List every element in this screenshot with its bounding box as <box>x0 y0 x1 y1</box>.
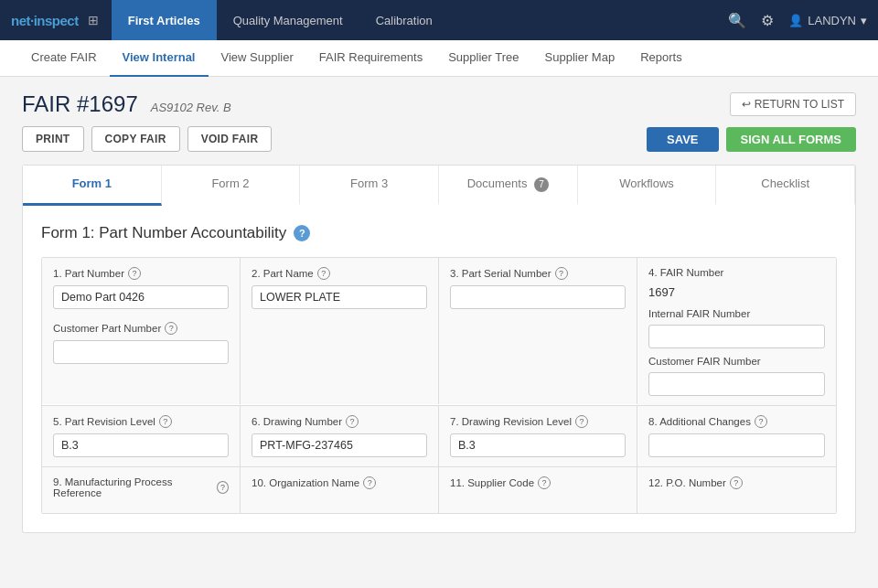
sub-nav-reports[interactable]: Reports <box>627 40 695 77</box>
form-row-4: 9. Manufacturing Process Reference ? 10.… <box>42 467 836 513</box>
po-number-info-icon[interactable]: ? <box>730 476 743 489</box>
drawing-number-label: 6. Drawing Number ? <box>252 415 427 428</box>
internal-fair-number-label: Internal FAIR Number <box>648 308 825 319</box>
customer-fair-number-field: Customer FAIR Number <box>648 356 825 396</box>
tab-workflows[interactable]: Workflows <box>578 166 717 206</box>
part-number-input[interactable] <box>53 285 229 309</box>
drawing-revision-label: 7. Drawing Revision Level ? <box>450 415 626 428</box>
tab-documents-label: Documents <box>467 176 528 190</box>
sub-nav-supplier-map[interactable]: Supplier Map <box>532 40 628 77</box>
org-name-label: 10. Organization Name ? <box>252 476 427 489</box>
documents-badge: 7 <box>534 177 549 192</box>
user-name: LANDYN <box>808 14 856 27</box>
page-content: FAIR #1697 AS9102 Rev. B ↩ RETURN TO LIS… <box>0 77 878 588</box>
tab-documents[interactable]: Documents 7 <box>439 166 578 206</box>
cell-fair-number: 4. FAIR Number 1697 Internal FAIR Number… <box>637 258 836 405</box>
additional-changes-info-icon[interactable]: ? <box>755 415 767 428</box>
copy-fair-button[interactable]: COPY FAIR <box>91 126 180 152</box>
sign-all-forms-button[interactable]: SIGN ALL FORMS <box>726 127 857 152</box>
part-serial-info-icon[interactable]: ? <box>555 267 568 280</box>
part-name-label: 2. Part Name ? <box>252 267 427 280</box>
tab-form3[interactable]: Form 3 <box>300 166 439 206</box>
form-grid: 1. Part Number ? Customer Part Number ? <box>41 257 837 514</box>
mfg-process-info-icon[interactable]: ? <box>217 481 229 494</box>
action-bar: PRINT COPY FAIR VOID FAIR SAVE SIGN ALL … <box>22 126 856 152</box>
nav-item-quality-management[interactable]: Quality Management <box>217 0 359 40</box>
main-nav-items: First Articles Quality Management Calibr… <box>112 0 729 40</box>
sub-nav-view-supplier[interactable]: View Supplier <box>209 40 306 77</box>
additional-changes-input[interactable] <box>648 433 825 457</box>
part-name-input[interactable] <box>252 285 427 309</box>
fair-title-group: FAIR #1697 AS9102 Rev. B <box>22 91 231 117</box>
sub-nav-create-fair[interactable]: Create FAIR <box>18 40 110 77</box>
customer-fair-number-input[interactable] <box>648 372 825 396</box>
nav-item-first-articles[interactable]: First Articles <box>112 0 217 40</box>
cell-part-name: 2. Part Name ? <box>241 258 439 404</box>
user-icon: 👤 <box>788 14 803 27</box>
cell-additional-changes: 8. Additional Changes ? <box>637 406 836 466</box>
cell-part-revision: 5. Part Revision Level ? <box>42 406 241 466</box>
part-number-info-icon[interactable]: ? <box>128 267 141 280</box>
save-button[interactable]: SAVE <box>647 127 718 152</box>
mfg-process-label: 9. Manufacturing Process Reference ? <box>53 476 229 498</box>
void-fair-button[interactable]: VOID FAIR <box>187 126 273 152</box>
cell-org-name: 10. Organization Name ? <box>241 467 439 513</box>
sub-nav-fair-requirements[interactable]: FAIR Requirements <box>306 40 435 77</box>
customer-part-number-info-icon[interactable]: ? <box>165 322 177 335</box>
cell-mfg-process: 9. Manufacturing Process Reference ? <box>42 467 241 513</box>
search-icon[interactable]: 🔍 <box>728 12 746 29</box>
grid-icon[interactable]: ⊞ <box>88 13 99 27</box>
return-to-list-button[interactable]: ↩ RETURN TO LIST <box>730 92 856 116</box>
customer-part-number-input[interactable] <box>53 340 229 364</box>
form-content: Form 1: Part Number Accountability ? 1. … <box>22 206 856 533</box>
tab-form1[interactable]: Form 1 <box>23 166 162 206</box>
sub-nav-supplier-tree[interactable]: Supplier Tree <box>435 40 531 77</box>
print-button[interactable]: PRINT <box>22 126 84 152</box>
additional-changes-label: 8. Additional Changes ? <box>648 415 825 428</box>
part-revision-label: 5. Part Revision Level ? <box>53 415 229 428</box>
top-navigation: net·inspect ⊞ First Articles Quality Man… <box>0 0 878 40</box>
fair-title: FAIR #1697 <box>22 91 138 117</box>
gear-icon[interactable]: ⚙ <box>761 12 774 29</box>
po-number-label: 12. P.O. Number ? <box>648 476 825 489</box>
form-row-3: 5. Part Revision Level ? 6. Drawing Numb… <box>42 406 836 467</box>
logo-text-main: net <box>11 13 30 28</box>
customer-part-number-field: Customer Part Number ? <box>53 316 229 364</box>
cell-part-number: 1. Part Number ? Customer Part Number ? <box>42 258 241 404</box>
part-name-info-icon[interactable]: ? <box>317 267 330 280</box>
sub-nav-view-internal[interactable]: View Internal <box>110 40 209 77</box>
form-row-1: 1. Part Number ? Customer Part Number ? <box>42 258 836 406</box>
fair-revision: AS9102 Rev. B <box>151 101 231 114</box>
tab-checklist[interactable]: Checklist <box>716 166 855 206</box>
part-serial-input[interactable] <box>450 285 626 309</box>
org-name-info-icon[interactable]: ? <box>363 476 376 489</box>
tab-form2[interactable]: Form 2 <box>162 166 301 206</box>
nav-item-calibration[interactable]: Calibration <box>359 0 449 40</box>
internal-fair-number-field: Internal FAIR Number <box>648 308 825 348</box>
cell-drawing-revision: 7. Drawing Revision Level ? <box>439 406 637 466</box>
action-bar-left: PRINT COPY FAIR VOID FAIR <box>22 126 272 152</box>
cell-part-serial: 3. Part Serial Number ? <box>439 258 637 404</box>
drawing-number-input[interactable] <box>252 433 427 457</box>
help-icon[interactable]: ? <box>294 225 310 241</box>
part-revision-input[interactable] <box>53 433 229 457</box>
form-tabs: Form 1 Form 2 Form 3 Documents 7 Workflo… <box>22 165 856 206</box>
form-section-title: Form 1: Part Number Accountability ? <box>41 224 837 242</box>
part-serial-label: 3. Part Serial Number ? <box>450 267 626 280</box>
cell-drawing-number: 6. Drawing Number ? <box>241 406 439 466</box>
fair-number-value: 1697 <box>648 283 825 301</box>
fair-number-label: 4. FAIR Number <box>648 267 825 278</box>
top-nav-right: 🔍 ⚙ 👤 LANDYN ▾ <box>728 12 867 29</box>
drawing-revision-input[interactable] <box>450 433 626 457</box>
drawing-revision-info-icon[interactable]: ? <box>575 415 588 428</box>
supplier-code-label: 11. Supplier Code ? <box>450 476 626 489</box>
action-bar-right: SAVE SIGN ALL FORMS <box>647 127 856 152</box>
customer-fair-number-label: Customer FAIR Number <box>648 356 825 367</box>
part-revision-info-icon[interactable]: ? <box>159 415 172 428</box>
part-number-label: 1. Part Number ? <box>53 267 229 280</box>
customer-part-number-label: Customer Part Number ? <box>53 322 229 335</box>
supplier-code-info-icon[interactable]: ? <box>538 476 551 489</box>
drawing-number-info-icon[interactable]: ? <box>346 415 359 428</box>
internal-fair-number-input[interactable] <box>648 325 825 348</box>
user-menu[interactable]: 👤 LANDYN ▾ <box>788 14 867 27</box>
